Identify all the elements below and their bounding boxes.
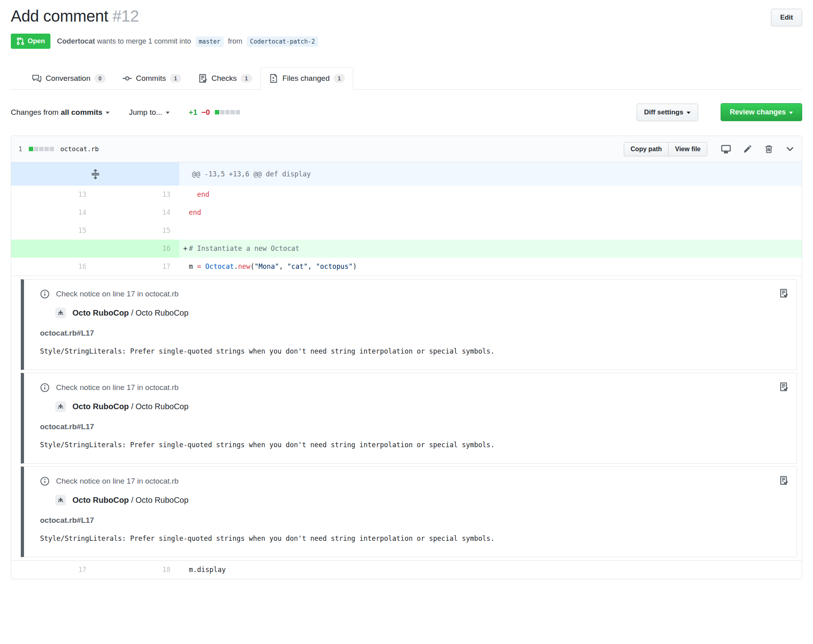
code-line[interactable] [179,222,802,240]
head-branch-badge[interactable]: Codertocat-patch-2 [247,36,318,47]
tab-label: Files changed [282,74,330,83]
tab-counter: 0 [94,74,106,83]
additions-count: +1 [189,108,198,117]
old-line-number[interactable]: 15 [11,222,95,240]
old-line-number[interactable]: 13 [11,186,95,204]
diffstat-square [220,110,224,114]
annotation-location: octocat.rb#L17 [40,422,787,431]
code-line[interactable]: +# Instantiate a new Octocat [179,240,802,258]
author-name[interactable]: Codertocat [57,37,95,45]
check-context: Octo RuboCop [136,402,188,411]
pr-tab-bar: Conversation 0 Commits 1 Checks 1 Files … [11,67,802,90]
new-line-number[interactable]: 13 [95,186,179,204]
edit-button[interactable]: Edit [771,9,802,26]
review-changes-label: Review changes [730,108,786,116]
diffstat-square [236,110,240,114]
checklist-icon[interactable] [779,288,789,298]
tab-commits[interactable]: Commits 1 [114,67,190,90]
code-text: m.display [189,566,226,574]
checklist-icon[interactable] [779,382,789,392]
hunk-header-row: @@ -13,5 +13,6 @@ def display [11,162,802,186]
diff-settings-button[interactable]: Diff settings [637,104,698,121]
check-annotation: Check notice on line 17 in octocat.rb Oc… [21,373,797,464]
check-annotation: Check notice on line 17 in octocat.rb Oc… [21,466,797,557]
code-line[interactable]: end [179,186,802,204]
old-line-number[interactable]: 17 [11,561,95,579]
old-line-number[interactable]: 16 [11,258,95,276]
jump-to-dropdown[interactable]: Jump to... [129,108,169,117]
caret-down-icon [789,112,793,114]
changes-from-dropdown[interactable]: Changes from all commits [11,108,110,117]
code-line[interactable]: m.display [179,561,802,579]
diffstat-square [215,110,219,114]
diffstat-square [50,147,54,151]
caret-down-icon [106,112,110,114]
check-annotations: Check notice on line 17 in octocat.rb Oc… [11,276,802,560]
hunk-header-text: @@ -13,5 +13,6 @@ def display [179,162,802,186]
code-line[interactable]: m = Octocat.new("Mona", "cat", "octopus"… [179,258,802,276]
tab-checks[interactable]: Checks 1 [190,67,260,90]
code-text: end [189,208,201,216]
edit-file-icon[interactable] [743,144,752,154]
pr-title-text: Add comment [11,7,108,25]
pr-meta: Open Codertocat wants to merge 1 commit … [11,34,802,49]
tab-files-changed[interactable]: Files changed 1 [260,67,353,90]
state-label: Open [28,37,45,45]
separator: / [131,402,134,411]
separator: / [131,496,134,504]
new-line-number[interactable]: 14 [95,204,179,222]
annotation-message: Style/StringLiterals: Prefer single-quot… [40,347,787,355]
view-file-button[interactable]: View file [669,142,707,156]
copy-path-button[interactable]: Copy path [624,142,669,156]
new-line-number[interactable]: 17 [95,258,179,276]
new-line-number[interactable]: 15 [95,222,179,240]
code-token: = [197,262,201,270]
info-icon [40,289,50,299]
diffstat-square [44,147,49,151]
file-diffstat-squares [29,147,54,151]
info-icon [40,476,50,486]
chevron-down-icon[interactable] [785,144,795,154]
review-changes-button[interactable]: Review changes [721,103,802,121]
rich-diff-icon[interactable] [721,144,731,154]
old-line-number[interactable]: 14 [11,204,95,222]
app-avatar [55,308,66,318]
app-avatar [55,401,66,412]
code-line[interactable]: end [179,204,802,222]
pr-header: Add comment #12 Edit [11,6,802,26]
file-diff-container: 1 octocat.rb Copy path View file @@ -13,… [11,136,802,579]
file-changed-count: 1 [18,145,22,153]
app-name[interactable]: Octo RuboCop [72,308,129,317]
code-token: , [308,262,316,270]
diff-line-row: 15 15 [11,222,802,240]
delete-file-icon[interactable] [764,144,773,154]
base-branch-badge[interactable]: master [196,36,224,47]
code-token: ) [353,262,357,270]
new-line-number[interactable]: 16 [95,240,179,258]
code-text: end [189,190,209,198]
caret-down-icon [166,112,170,114]
check-context: Octo RuboCop [136,496,188,504]
merge-text: wants to merge 1 commit into [97,37,191,45]
new-line-number[interactable]: 18 [95,561,179,579]
diff-line-row: 17 18 m.display [11,560,802,579]
old-line-number[interactable] [11,240,95,258]
code-token: . [234,262,238,270]
add-prefix: + [179,240,189,258]
tab-conversation[interactable]: Conversation 0 [24,67,114,90]
expand-hunk-button[interactable] [11,162,179,186]
annotation-header-text: Check notice on line 17 in octocat.rb [56,290,178,298]
tab-counter: 1 [170,74,181,83]
app-name[interactable]: Octo RuboCop [72,496,129,504]
jump-to-label: Jump to... [129,108,162,117]
tab-label: Checks [212,74,237,83]
diffstat-square [225,110,230,114]
code-token: "octopus" [316,262,352,270]
code-text: # Instantiate a new Octocat [189,244,299,252]
checklist-icon[interactable] [779,476,789,485]
app-name[interactable]: Octo RuboCop [72,402,129,411]
code-token: new [238,262,250,270]
from-text: from [228,37,242,45]
code-token: , [279,262,287,270]
file-name[interactable]: octocat.rb [60,145,99,153]
